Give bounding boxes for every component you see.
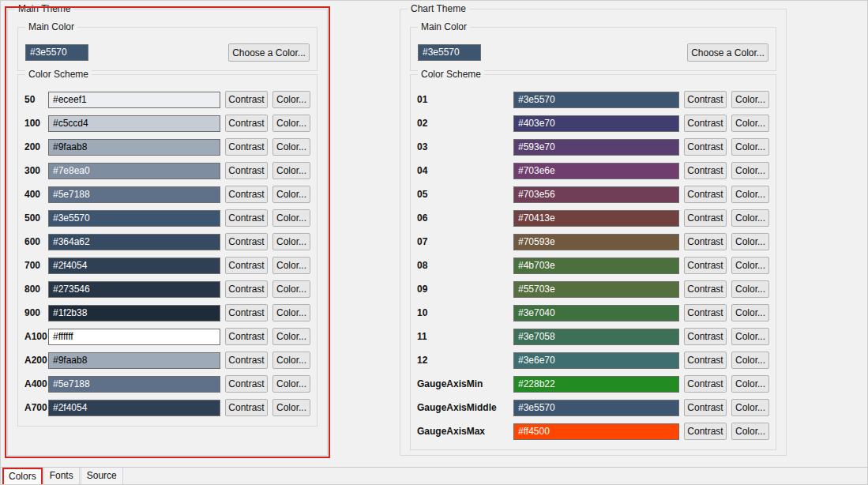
color-value-field[interactable]: #364a62 (48, 234, 220, 250)
color-value-field[interactable]: #9faab8 (48, 139, 220, 156)
contrast-button[interactable]: Contrast (684, 375, 727, 393)
contrast-button[interactable]: Contrast (225, 186, 268, 203)
contrast-button[interactable]: Contrast (225, 209, 268, 227)
color-value-field[interactable]: #1f2b38 (48, 305, 220, 321)
contrast-button[interactable]: Contrast (684, 304, 727, 321)
color-button[interactable]: Color... (731, 162, 769, 179)
color-button[interactable]: Color... (272, 186, 310, 203)
color-value-field[interactable]: #403e70 (513, 115, 679, 132)
color-value-field[interactable]: #228b22 (513, 376, 679, 393)
tab-source[interactable]: Source (81, 468, 123, 485)
contrast-button[interactable]: Contrast (684, 399, 727, 416)
color-value-field[interactable]: #3e7040 (513, 305, 679, 321)
color-button[interactable]: Color... (272, 375, 310, 393)
contrast-button[interactable]: Contrast (225, 162, 268, 179)
color-scheme-row: 07#70593eContrastColor... (411, 230, 776, 254)
color-scheme-row: 700#2f4054ContrastColor... (18, 254, 317, 277)
contrast-button[interactable]: Contrast (225, 375, 268, 393)
color-value-field[interactable]: #2f4054 (48, 400, 220, 416)
color-button[interactable]: Color... (272, 280, 310, 298)
contrast-button[interactable]: Contrast (684, 328, 727, 345)
contrast-button[interactable]: Contrast (225, 115, 268, 132)
color-value-field[interactable]: #ff4500 (513, 423, 679, 440)
color-button[interactable]: Color... (731, 233, 769, 250)
color-button[interactable]: Color... (272, 304, 310, 321)
color-value-field[interactable]: #4b703e (513, 258, 679, 274)
contrast-button[interactable]: Contrast (225, 280, 268, 298)
color-value-field[interactable]: #593e70 (513, 139, 679, 156)
color-button[interactable]: Color... (272, 162, 310, 179)
contrast-button[interactable]: Contrast (225, 138, 268, 156)
contrast-button[interactable]: Contrast (684, 209, 727, 227)
contrast-button[interactable]: Contrast (684, 257, 727, 274)
color-value-field[interactable]: #273546 (48, 281, 220, 298)
color-value-field[interactable]: #2f4054 (48, 258, 220, 274)
color-scheme-row: A200#9faab8ContrastColor... (18, 348, 317, 372)
contrast-button[interactable]: Contrast (225, 233, 268, 250)
color-value-field[interactable]: #70413e (513, 210, 679, 227)
main-color-swatch-field[interactable]: #3e5570 (418, 44, 481, 61)
color-button[interactable]: Color... (731, 91, 769, 108)
color-value-field[interactable]: #3e7058 (513, 329, 679, 345)
contrast-button[interactable]: Contrast (225, 304, 268, 321)
contrast-button[interactable]: Contrast (684, 91, 727, 108)
color-button[interactable]: Color... (731, 280, 769, 298)
color-value-field[interactable]: #55703e (513, 281, 679, 298)
color-value-field[interactable]: #703e56 (513, 186, 679, 203)
contrast-button[interactable]: Contrast (684, 280, 727, 298)
color-value-field[interactable]: #3e6e70 (513, 352, 679, 369)
contrast-button[interactable]: Contrast (684, 423, 727, 440)
color-button[interactable]: Color... (272, 352, 310, 369)
contrast-button[interactable]: Contrast (684, 115, 727, 132)
color-value-field[interactable]: #5e7188 (48, 186, 220, 203)
tab-colors[interactable]: Colors (2, 468, 43, 485)
color-button[interactable]: Color... (731, 423, 769, 440)
color-button[interactable]: Color... (731, 115, 769, 132)
color-value-field[interactable]: #5e7188 (48, 376, 220, 393)
color-button[interactable]: Color... (272, 399, 310, 416)
main-color-swatch-field[interactable]: #3e5570 (25, 44, 88, 61)
contrast-button[interactable]: Contrast (684, 352, 727, 369)
color-value-field[interactable]: #703e6e (513, 163, 679, 179)
contrast-button[interactable]: Contrast (684, 138, 727, 156)
color-value-field[interactable]: #3e5570 (48, 210, 220, 227)
color-button[interactable]: Color... (272, 328, 310, 345)
color-button[interactable]: Color... (731, 399, 769, 416)
color-button[interactable]: Color... (731, 186, 769, 203)
contrast-button[interactable]: Contrast (684, 162, 727, 179)
color-button[interactable]: Color... (731, 352, 769, 369)
color-value-field[interactable]: #eceef1 (48, 92, 220, 108)
color-button[interactable]: Color... (731, 328, 769, 345)
main-theme-panel: Main Theme Main Color #3e5570 Choose a C… (7, 9, 328, 456)
tab-fonts[interactable]: Fonts (43, 468, 80, 485)
color-button[interactable]: Color... (272, 257, 310, 274)
scheme-key-label: A200 (24, 355, 45, 366)
color-button[interactable]: Color... (731, 375, 769, 393)
color-value-field[interactable]: #9faab8 (48, 352, 220, 369)
color-button[interactable]: Color... (272, 138, 310, 156)
color-button[interactable]: Color... (731, 257, 769, 274)
scheme-key-label: A700 (24, 402, 45, 413)
contrast-button[interactable]: Contrast (225, 328, 268, 345)
contrast-button[interactable]: Contrast (225, 257, 268, 274)
color-button[interactable]: Color... (272, 233, 310, 250)
choose-color-button[interactable]: Choose a Color... (228, 43, 310, 62)
color-value-field[interactable]: #70593e (513, 234, 679, 250)
color-button[interactable]: Color... (272, 91, 310, 108)
contrast-button[interactable]: Contrast (225, 91, 268, 108)
color-button[interactable]: Color... (731, 138, 769, 156)
color-value-field[interactable]: #ffffff (48, 329, 220, 345)
color-button[interactable]: Color... (731, 304, 769, 321)
color-value-field[interactable]: #3e5570 (513, 92, 679, 108)
choose-color-button[interactable]: Choose a Color... (687, 43, 768, 62)
color-value-field[interactable]: #7e8ea0 (48, 163, 220, 179)
contrast-button[interactable]: Contrast (684, 186, 727, 203)
color-button[interactable]: Color... (272, 115, 310, 132)
color-button[interactable]: Color... (731, 209, 769, 227)
color-button[interactable]: Color... (272, 209, 310, 227)
contrast-button[interactable]: Contrast (684, 233, 727, 250)
color-value-field[interactable]: #3e5570 (513, 400, 679, 416)
contrast-button[interactable]: Contrast (225, 399, 268, 416)
contrast-button[interactable]: Contrast (225, 352, 268, 369)
color-value-field[interactable]: #c5ccd4 (48, 115, 220, 132)
